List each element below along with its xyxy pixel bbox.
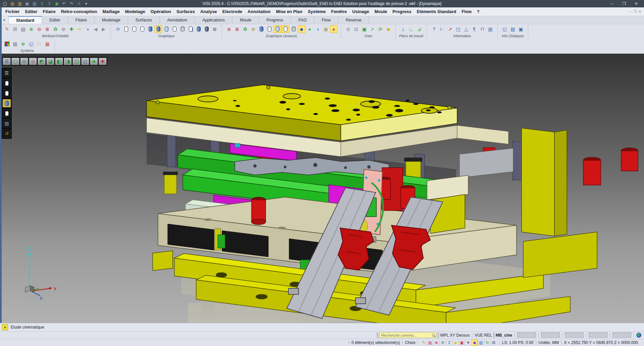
display-wire-icon[interactable] — [3, 79, 11, 87]
flag-view-icon[interactable] — [282, 25, 289, 33]
import-archive-icon[interactable]: ↧ — [46, 1, 52, 6]
check-view-icon[interactable] — [274, 25, 281, 33]
silver-die-detail[interactable] — [460, 148, 513, 178]
section-display-icon[interactable] — [203, 25, 210, 33]
open-document-icon[interactable]: ▥ — [17, 1, 23, 6]
view-list-icon[interactable]: ☰ — [3, 58, 11, 65]
tab-modelage[interactable]: Modelage — [95, 16, 128, 24]
view-wire-cube-icon[interactable]: ◻ — [81, 58, 89, 65]
view-iso-right-icon[interactable]: ◨ — [64, 58, 72, 65]
display-box-icon[interactable]: ▧ — [3, 119, 11, 127]
info-measure-icon[interactable]: ⊓ — [479, 25, 486, 33]
cad-model-svg[interactable]: Z Y X — [0, 54, 644, 323]
menu-syst-me[interactable]: Système — [305, 9, 328, 14]
color-palette-icon[interactable] — [3, 40, 11, 48]
layers-icon[interactable]: ▤ — [478, 340, 484, 346]
window-layout-icon[interactable]: ◱ — [28, 40, 35, 48]
menu-op-ration[interactable]: Opération — [148, 9, 174, 14]
mdi-restore-button[interactable]: ❐ — [634, 10, 637, 13]
menu-surfaces[interactable]: Surfaces — [174, 9, 198, 14]
view-axes-icon[interactable]: ⊹ — [29, 58, 37, 65]
show-less-icon[interactable]: ━ — [76, 25, 83, 33]
empty-slot[interactable] — [612, 333, 631, 338]
cut-display-icon[interactable]: ⊠ — [211, 25, 218, 33]
view-zoom-icon[interactable]: ⊙ — [20, 58, 28, 65]
menu-progress[interactable]: Progress — [390, 9, 414, 14]
refresh-visibility-icon[interactable]: ♻ — [52, 25, 59, 33]
menu-mise-en-plan[interactable]: Mise en Plan — [273, 9, 305, 14]
export-model-icon[interactable]: ↥ — [39, 1, 45, 6]
tab-applications[interactable]: Applications — [195, 16, 232, 24]
undo-icon[interactable]: ↶ — [61, 1, 67, 6]
clip-view-icon[interactable] — [290, 25, 297, 33]
info-solid-icon[interactable]: ◳ — [454, 25, 462, 33]
display-wire-alt-icon[interactable] — [3, 89, 11, 97]
auto-rotate-icon[interactable]: ↻ — [484, 340, 490, 346]
draw-attributes-icon[interactable]: ✎ — [420, 340, 427, 346]
menu--[interactable]: ? — [474, 9, 482, 14]
edit-attributes-icon[interactable]: ✎ — [3, 25, 11, 33]
view-fit-icon[interactable]: ▢ — [11, 58, 19, 65]
search-icon[interactable] — [432, 334, 435, 337]
tab-flow[interactable]: Flow — [314, 16, 338, 24]
shaded-mode-icon[interactable] — [147, 25, 154, 33]
half-visibility-icon[interactable]: ◑ — [84, 25, 91, 33]
dock-grip[interactable] — [437, 333, 439, 338]
info-coordinates-icon[interactable]: ⊢ — [438, 25, 446, 33]
wpl-define-icon[interactable]: ⊿ — [416, 25, 423, 33]
open-folder-icon[interactable]: ▤ — [9, 1, 15, 6]
more-dropdown-icon[interactable]: ▾ — [83, 1, 89, 6]
menu-editer[interactable]: Editer — [22, 9, 40, 14]
selection-box-icon[interactable]: ▣ — [459, 340, 465, 346]
display-manager-icon[interactable]: ≣ — [233, 25, 241, 33]
dock-grip[interactable] — [377, 333, 378, 338]
info-volume-icon[interactable]: ▧ — [487, 25, 494, 33]
menu-flow[interactable]: Flow — [459, 9, 474, 14]
tab-reverse[interactable]: Reverse — [338, 16, 369, 24]
shield-view-icon[interactable]: ◈ — [330, 25, 337, 33]
search-database-icon[interactable]: ◉ — [54, 1, 60, 6]
zoom-extents-icon[interactable]: ➚ — [369, 25, 376, 33]
view-iso-top-icon[interactable]: ◩ — [38, 58, 46, 65]
new-file-icon[interactable]: ▢ — [2, 1, 8, 6]
tab-standard[interactable]: Standard — [9, 16, 42, 24]
tab-fao[interactable]: FAO — [291, 16, 314, 24]
redo-icon[interactable]: ↷ — [68, 1, 74, 6]
viewport-3d[interactable]: Z Y X ☰▢⊙⊹◩◪◧◨◫◻■✚ ☰▧↺ — [0, 54, 644, 323]
sphere-striped-view-icon[interactable]: ◍ — [322, 25, 329, 33]
selection-mode[interactable]: Choix — [405, 340, 416, 345]
static-info-hatch-icon[interactable]: ▨ — [509, 25, 517, 33]
wireframe-mode-icon[interactable] — [122, 25, 130, 33]
snap-diamond-icon[interactable]: ◆ — [452, 340, 459, 346]
transparent-mode-icon[interactable] — [163, 25, 170, 33]
tab-surfaces[interactable]: Surfaces — [128, 16, 160, 24]
pink-grid-icon[interactable]: ▦ — [427, 340, 433, 346]
tab-editer[interactable]: Editer — [42, 16, 68, 24]
save-icon[interactable]: ▣ — [24, 1, 30, 6]
visibility-manager-icon[interactable]: ≣ — [44, 25, 51, 33]
zoom-box-icon[interactable]: ⊡ — [353, 25, 360, 33]
rotate-view-icon[interactable]: ⟳ — [377, 25, 384, 33]
tab-progress[interactable]: Progress — [259, 16, 291, 24]
solid-display-icon[interactable] — [195, 25, 202, 33]
add-highlight-icon[interactable]: ⊛ — [225, 25, 233, 33]
command-search-field[interactable]: Recherche comma... — [379, 332, 436, 338]
view-ref-label[interactable]: VUE REL — [475, 333, 492, 338]
display-shaded-icon[interactable] — [3, 99, 11, 107]
save-copy-icon[interactable]: ▤ — [32, 1, 38, 6]
scale-info[interactable]: LS: 1.00 PS: 0.50 — [502, 340, 533, 345]
info-element-icon[interactable]: ? — [430, 25, 438, 33]
show-more-icon[interactable]: ✚ — [68, 25, 75, 33]
empty-slot[interactable] — [517, 333, 536, 338]
zoom-select-icon[interactable]: ⊙ — [344, 25, 352, 33]
profile-label[interactable]: MB_cine — [496, 333, 512, 338]
refresh-display-icon[interactable]: ♻ — [241, 25, 249, 33]
grid-red-icon[interactable]: ▦ — [44, 40, 51, 48]
compare-display-icon[interactable]: ⊜ — [250, 25, 257, 33]
close-button[interactable]: ✕ — [631, 1, 642, 7]
display-ghost-icon[interactable] — [3, 109, 11, 117]
menu-fichier[interactable]: Fichier — [3, 9, 22, 14]
solid-view-icon[interactable] — [258, 25, 265, 33]
mdi-close-button[interactable]: ✕ — [639, 10, 641, 13]
view-solid-cube-icon[interactable]: ■ — [90, 58, 98, 65]
